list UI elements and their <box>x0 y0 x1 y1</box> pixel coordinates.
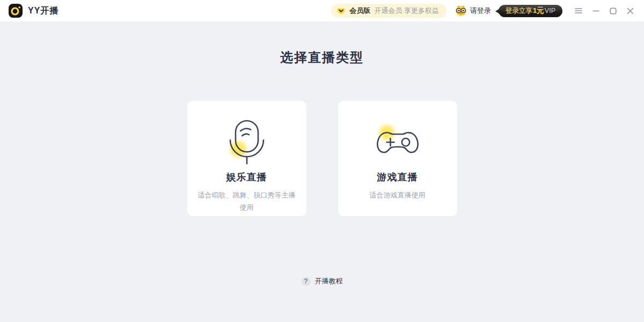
titlebar-right: 会员版 开通会员 享更多权益 请登录 登录立享 1元 <box>331 3 639 19</box>
menu-button[interactable] <box>570 3 587 19</box>
close-icon <box>627 8 634 14</box>
card-entertainment-live[interactable]: 娱乐直播 适合唱歌、跳舞、脱口秀等主播使用 <box>187 101 306 216</box>
maximize-button[interactable] <box>604 3 621 19</box>
page-title: 选择直播类型 <box>0 21 644 65</box>
minimize-button[interactable] <box>587 3 604 19</box>
membership-promo-text: 开通会员 享更多权益 <box>374 6 439 16</box>
login-area[interactable]: 请登录 <box>455 5 491 17</box>
minimize-icon <box>592 8 599 14</box>
window-controls <box>570 3 639 19</box>
game-icon-wrap <box>338 117 457 169</box>
yy-camera-logo-icon <box>9 4 23 18</box>
live-type-cards: 娱乐直播 适合唱歌、跳舞、脱口秀等主播使用 游戏直播 适合游戏直播使用 <box>0 101 644 216</box>
game-card-description: 适合游戏直播使用 <box>348 189 448 201</box>
tutorial-label: 开播教程 <box>315 276 343 286</box>
entertainment-card-title: 娱乐直播 <box>187 171 306 184</box>
close-button[interactable] <box>621 3 639 19</box>
owl-avatar-icon <box>455 5 467 17</box>
entertainment-card-description: 适合唱歌、跳舞、脱口秀等主播使用 <box>197 189 297 214</box>
vip-login-button[interactable]: 登录立享 1元 VIP <box>499 5 562 17</box>
membership-promo-pill[interactable]: 会员版 开通会员 享更多权益 <box>331 4 447 18</box>
membership-badge-label: 会员版 <box>349 6 370 16</box>
vip-button-price: 1元 <box>533 6 544 16</box>
vip-button-prefix: 登录立享 <box>506 6 532 16</box>
menu-icon <box>575 8 582 14</box>
microphone-icon <box>223 118 271 167</box>
maximize-icon <box>610 8 617 14</box>
login-label: 请登录 <box>470 6 491 16</box>
vip-badge-icon <box>336 7 346 15</box>
tutorial-link[interactable]: ? 开播教程 <box>302 276 343 286</box>
main-content: 选择直播类型 <box>0 21 644 322</box>
app-window: YY开播 会员版 开通会员 享更多权益 <box>0 0 644 322</box>
entertainment-icon-wrap <box>187 117 306 169</box>
titlebar: YY开播 会员版 开通会员 享更多权益 <box>0 0 644 21</box>
gamepad-icon <box>374 118 422 167</box>
vip-button-suffix: VIP <box>545 7 555 14</box>
game-card-title: 游戏直播 <box>338 171 457 184</box>
app-title: YY开播 <box>28 5 58 17</box>
card-game-live[interactable]: 游戏直播 适合游戏直播使用 <box>338 101 457 216</box>
question-mark-icon: ? <box>302 277 311 286</box>
app-logo <box>9 4 23 18</box>
